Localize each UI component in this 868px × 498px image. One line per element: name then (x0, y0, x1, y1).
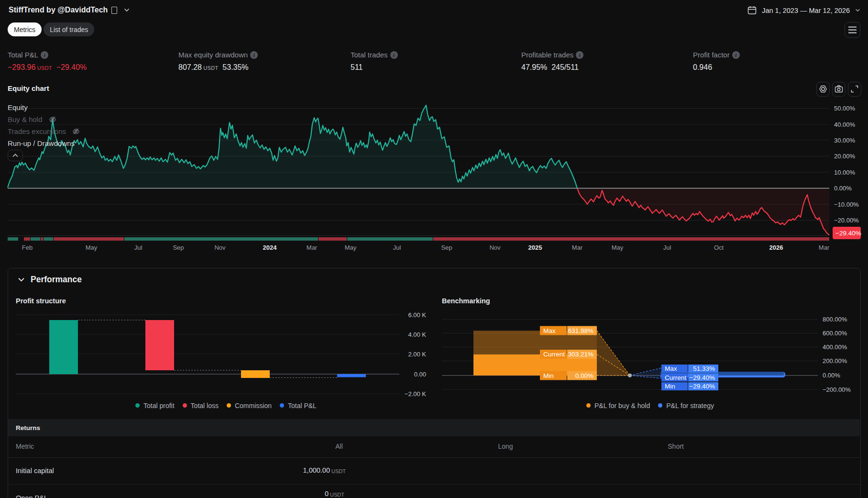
svg-text:2025: 2025 (528, 244, 542, 251)
svg-text:Nov: Nov (489, 244, 501, 251)
svg-text:Jul: Jul (393, 244, 401, 251)
svg-text:0.00%: 0.00% (834, 185, 852, 192)
svg-text:−200.00%: −200.00% (823, 386, 851, 393)
svg-text:Mar: Mar (307, 244, 318, 251)
svg-text:Oct: Oct (714, 244, 724, 251)
svg-text:2026: 2026 (769, 244, 783, 251)
svg-text:2024: 2024 (263, 244, 277, 251)
svg-text:Mar: Mar (572, 244, 583, 251)
svg-text:Sep: Sep (441, 244, 452, 251)
svg-text:Jul: Jul (134, 244, 143, 251)
svg-text:Current: Current (543, 351, 565, 358)
svg-text:May: May (612, 244, 624, 251)
svg-text:Feb: Feb (22, 244, 33, 251)
svg-text:10.00%: 10.00% (834, 169, 856, 176)
svg-text:Min: Min (665, 383, 675, 390)
svg-text:0.00%: 0.00% (823, 372, 840, 379)
svg-text:631.98%: 631.98% (568, 327, 593, 334)
svg-text:600.00%: 600.00% (823, 330, 847, 337)
svg-text:Nov: Nov (214, 244, 226, 251)
svg-text:0.00%: 0.00% (575, 372, 593, 379)
svg-text:50.00%: 50.00% (834, 105, 856, 112)
svg-text:6.00 K: 6.00 K (408, 311, 426, 319)
svg-text:800.00%: 800.00% (823, 316, 847, 323)
svg-text:Sep: Sep (173, 244, 184, 251)
svg-text:May: May (86, 244, 98, 251)
svg-text:2.00 K: 2.00 K (408, 351, 426, 358)
svg-text:−2.00 K: −2.00 K (405, 390, 427, 398)
svg-text:Jul: Jul (663, 244, 671, 251)
svg-text:303.21%: 303.21% (568, 351, 593, 358)
svg-text:30.00%: 30.00% (834, 137, 856, 144)
svg-text:May: May (345, 244, 357, 251)
svg-text:Mar: Mar (819, 244, 830, 251)
svg-text:−20.00%: −20.00% (834, 217, 859, 224)
svg-text:4.00 K: 4.00 K (408, 331, 426, 338)
svg-text:0.00: 0.00 (414, 371, 426, 378)
svg-text:Max: Max (665, 365, 677, 372)
svg-text:Current: Current (665, 374, 686, 381)
svg-text:20.00%: 20.00% (834, 153, 856, 160)
svg-text:−29.40%: −29.40% (689, 374, 715, 381)
svg-text:−29.40%: −29.40% (689, 383, 715, 390)
svg-text:−10.00%: −10.00% (834, 201, 859, 208)
svg-text:−29.40%: −29.40% (835, 230, 861, 237)
svg-text:Max: Max (543, 327, 556, 334)
svg-text:400.00%: 400.00% (823, 343, 847, 351)
svg-text:40.00%: 40.00% (834, 121, 856, 128)
svg-text:200.00%: 200.00% (823, 357, 847, 365)
svg-text:51.33%: 51.33% (693, 365, 715, 372)
svg-text:Min: Min (543, 372, 554, 379)
